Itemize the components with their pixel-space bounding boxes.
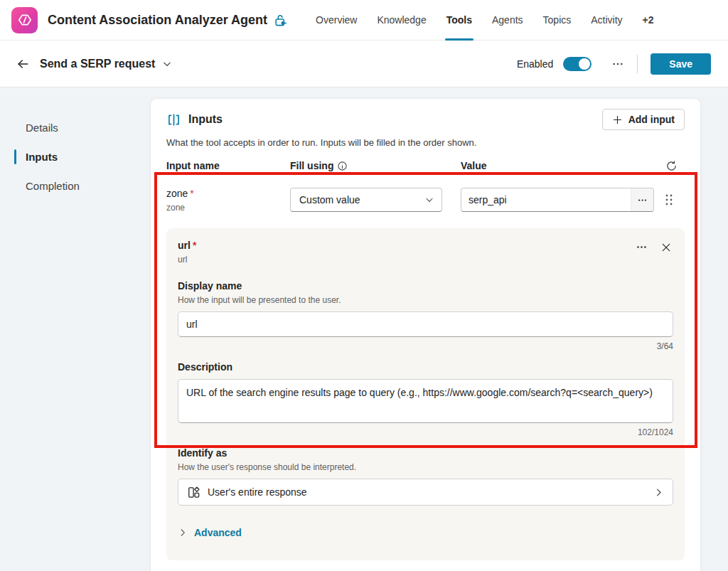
authentication-lock-icon [274,14,287,27]
zone-value-input[interactable] [461,188,631,211]
display-name-input[interactable] [178,311,673,337]
display-name-counter: 3/64 [178,341,673,351]
column-input-name: Input name [166,160,290,171]
content-area: Details Inputs Completion Inputs Ad [0,87,728,571]
close-icon [660,242,672,253]
section-description: What the tool accepts in order to run. I… [166,137,685,148]
toolbar-divider [637,55,638,73]
code-hexagon-icon [16,11,33,28]
app-header: Content Association Analyzer Agent Overv… [0,0,728,41]
entity-type-icon [187,486,200,499]
inputs-icon [166,112,181,127]
display-name-help: How the input will be presented to the u… [178,295,673,305]
top-nav-tabs: Overview Knowledge Tools Agents Topics A… [306,0,664,41]
inputs-panel: Inputs Add input What the tool accepts i… [151,99,700,571]
more-ellipsis-icon [611,58,624,70]
column-header-row: Input name Fill using Value [166,158,685,174]
tab-tools[interactable]: Tools [437,0,482,41]
tool-name-chevron-icon[interactable] [162,59,172,69]
add-input-button[interactable]: Add input [602,109,685,130]
tool-section-nav: Details Inputs Completion [0,113,151,201]
identify-as-value: User's entire response [208,486,307,498]
chevron-right-icon [653,487,664,498]
advanced-label: Advanced [194,527,242,538]
column-fill-using: Fill using [290,160,461,171]
tab-activity[interactable]: Activity [581,0,632,41]
url-name-cell: url* url [178,240,196,265]
more-ellipsis-icon [637,195,648,206]
back-arrow-icon [16,57,30,71]
tab-knowledge[interactable]: Knowledge [367,0,436,41]
fill-using-dropdown[interactable]: Custom value [290,188,442,212]
identify-as-selector[interactable]: User's entire response [178,479,673,506]
fill-using-selected: Custom value [299,194,360,206]
section-title: Inputs [188,113,223,126]
identify-as-help: How the user's response should be interp… [178,462,673,472]
chevron-down-icon [424,195,434,205]
url-name: url* [178,240,196,251]
identify-as-group: Identify as How the user's response shou… [178,447,673,506]
toolbar-more-button[interactable] [607,53,628,75]
url-subname: url [178,255,196,265]
input-row-zone: zone* zone Custom value [166,188,685,213]
info-icon[interactable] [337,161,348,171]
more-ellipsis-icon [636,241,648,253]
refresh-icon [665,160,678,172]
display-name-label: Display name [178,280,673,292]
zone-value-field [461,188,654,212]
save-button[interactable]: Save [651,53,711,75]
tab-topics[interactable]: Topics [533,0,582,41]
description-label: Description [178,361,673,373]
description-counter: 102/1024 [178,427,673,437]
url-card-more-button[interactable] [634,240,649,255]
advanced-expander[interactable]: Advanced [178,527,242,538]
chevron-right-icon [178,528,188,538]
tab-overflow-plus2[interactable]: +2 [633,0,664,41]
drag-handle-icon[interactable] [664,193,674,206]
plus-icon [612,114,623,125]
description-textarea[interactable]: URL of the search engine results page to… [178,379,673,423]
tool-toolbar: Send a SERP request Enabled Save [0,41,728,87]
add-input-label: Add input [628,114,675,125]
url-card-close-button[interactable] [659,240,673,255]
zone-name-cell: zone* zone [166,188,290,213]
sidebar-item-details[interactable]: Details [0,113,151,142]
url-input-card: url* url [166,228,685,560]
tab-overview[interactable]: Overview [306,0,367,41]
tool-name: Send a SERP request [40,58,155,70]
column-value: Value [461,160,664,171]
toggle-knob [579,58,590,70]
refresh-button[interactable] [664,159,679,174]
required-asterisk: * [193,240,196,251]
zone-name: zone* [166,188,290,199]
required-asterisk: * [190,188,193,199]
sidebar-item-completion[interactable]: Completion [0,171,151,201]
identify-as-label: Identify as [178,447,673,459]
display-name-group: Display name How the input will be prese… [178,280,673,351]
page-title: Content Association Analyzer Agent [48,13,267,28]
zone-subname: zone [166,203,290,213]
enabled-label: Enabled [517,58,553,70]
tab-agents[interactable]: Agents [482,0,533,41]
back-button[interactable] [13,54,33,74]
description-group: Description URL of the search engine res… [178,361,673,437]
zone-value-more-button[interactable] [631,188,653,211]
sidebar-item-inputs[interactable]: Inputs [0,142,151,171]
agent-logo [11,7,38,33]
enabled-toggle[interactable] [563,57,592,71]
